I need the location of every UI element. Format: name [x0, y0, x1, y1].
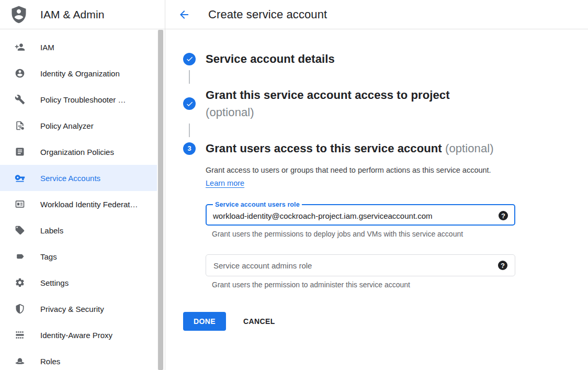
sidebar-item-iam[interactable]: IAM — [0, 34, 157, 60]
hat-icon — [15, 356, 25, 366]
help-icon[interactable]: ? — [498, 261, 507, 270]
checkmark-icon — [186, 55, 194, 63]
account-circle-icon — [15, 68, 25, 79]
service-account-key-icon — [15, 173, 25, 183]
step-connector — [189, 124, 190, 137]
shield-icon — [15, 304, 25, 314]
article-icon — [15, 147, 25, 157]
step-3-number: 3 — [187, 144, 191, 152]
admins-role-input[interactable] — [213, 261, 498, 270]
sidebar-item-tags[interactable]: Tags — [0, 243, 157, 270]
step-3-title: Grant users access to this service accou… — [206, 140, 494, 157]
sidebar-item-label: Workload Identity Federat… — [40, 200, 138, 209]
page-title: Create service account — [208, 8, 327, 21]
sidebar-item-organization-policies[interactable]: Organization Policies — [0, 139, 157, 165]
step-1-title: Service account details — [206, 50, 335, 68]
help-icon[interactable]: ? — [499, 211, 508, 220]
arrow-back-icon[interactable] — [178, 8, 190, 21]
cancel-button[interactable]: CANCEL — [243, 317, 275, 326]
tag-arrow-icon — [15, 251, 25, 262]
sidebar-item-label: IAM — [40, 43, 54, 52]
step-3-optional-label: (optional) — [445, 142, 494, 155]
service-account-users-role-field: Service account users role ? — [206, 201, 515, 226]
step-2-complete-badge — [183, 97, 196, 110]
sidebar-item-label: Roles — [40, 357, 60, 366]
sidebar-item-policy-troubleshooter[interactable]: Policy Troubleshooter … — [0, 86, 157, 113]
step-1-complete-badge — [183, 53, 196, 65]
sidebar-item-settings[interactable]: Settings — [0, 270, 157, 296]
sidebar-item-label: Policy Troubleshooter … — [40, 95, 126, 104]
sidebar-item-label: Privacy & Security — [40, 305, 104, 313]
done-button[interactable]: DONE — [183, 312, 226, 331]
label-tag-icon — [15, 225, 25, 236]
page-header: Create service account — [165, 0, 588, 29]
sidebar-item-labels[interactable]: Labels — [0, 217, 157, 243]
sidebar-item-label: Policy Analyzer — [40, 121, 94, 130]
sidebar-item-workload-identity-federation[interactable]: Workload Identity Federat… — [0, 191, 157, 217]
sidebar-item-label: Settings — [40, 278, 69, 287]
sidebar-item-label: Labels — [40, 226, 63, 235]
sidebar-item-privacy-security[interactable]: Privacy & Security — [0, 296, 157, 322]
person-add-icon — [15, 42, 25, 52]
checkmark-icon — [186, 100, 194, 108]
iam-shield-icon — [9, 5, 28, 25]
step-2-grant-access-to-project: Grant this service account access to pro… — [183, 86, 588, 121]
sidebar-item-identity-organization[interactable]: Identity & Organization — [0, 60, 157, 86]
sidebar-nav: IAM Identity & Organization Policy Troub… — [0, 29, 165, 370]
sidebar-item-identity-aware-proxy[interactable]: Identity-Aware Proxy — [0, 322, 157, 348]
sidebar-scrollbar-thumb[interactable] — [158, 30, 163, 370]
wrench-icon — [15, 94, 25, 105]
sidebar-item-policy-analyzer[interactable]: Policy Analyzer — [0, 113, 157, 139]
policy-analyzer-icon — [15, 120, 25, 131]
create-service-account-form: Service account details Grant this servi… — [165, 29, 588, 331]
sidebar-item-label: Organization Policies — [40, 148, 114, 156]
app-window: IAM & Admin IAM Identity & Organization … — [0, 0, 588, 370]
proxy-grid-icon — [15, 330, 25, 340]
sidebar-item-label: Identity & Organization — [40, 69, 120, 78]
step-1-service-account-details: Service account details — [183, 50, 588, 68]
sidebar-header: IAM & Admin — [0, 0, 165, 29]
sidebar-item-label: Tags — [40, 252, 57, 261]
sidebar-item-roles[interactable]: Roles — [0, 348, 157, 370]
step-connector — [189, 70, 190, 84]
form-actions: DONE CANCEL — [183, 312, 588, 331]
main-panel: Create service account Service account d… — [165, 0, 588, 370]
sidebar-item-service-accounts[interactable]: Service Accounts — [0, 165, 157, 191]
admins-role-helper-text: Grant users the permission to administer… — [212, 281, 588, 289]
service-account-admins-role-field: ? — [206, 254, 515, 276]
step-3-number-badge: 3 — [183, 142, 196, 155]
step-3-body: Grant access to users or groups that nee… — [206, 164, 588, 289]
sidebar: IAM & Admin IAM Identity & Organization … — [0, 0, 165, 370]
step-3-description: Grant access to users or groups that nee… — [206, 164, 499, 190]
users-role-field-label: Service account users role — [213, 201, 302, 208]
badge-card-icon — [15, 199, 25, 209]
gear-icon — [15, 277, 25, 288]
learn-more-link[interactable]: Learn more — [206, 179, 244, 187]
users-role-helper-text: Grant users the permissions to deploy jo… — [212, 230, 588, 238]
sidebar-item-label: Service Accounts — [40, 174, 100, 183]
sidebar-title: IAM & Admin — [40, 8, 104, 21]
sidebar-scrollbar-track — [157, 30, 164, 370]
step-2-title: Grant this service account access to pro… — [206, 86, 450, 121]
sidebar-item-label: Identity-Aware Proxy — [40, 331, 112, 340]
users-role-input[interactable] — [213, 211, 499, 220]
step-2-optional-label: (optional) — [206, 104, 450, 121]
step-3-grant-users-access: 3 Grant users access to this service acc… — [183, 140, 588, 157]
